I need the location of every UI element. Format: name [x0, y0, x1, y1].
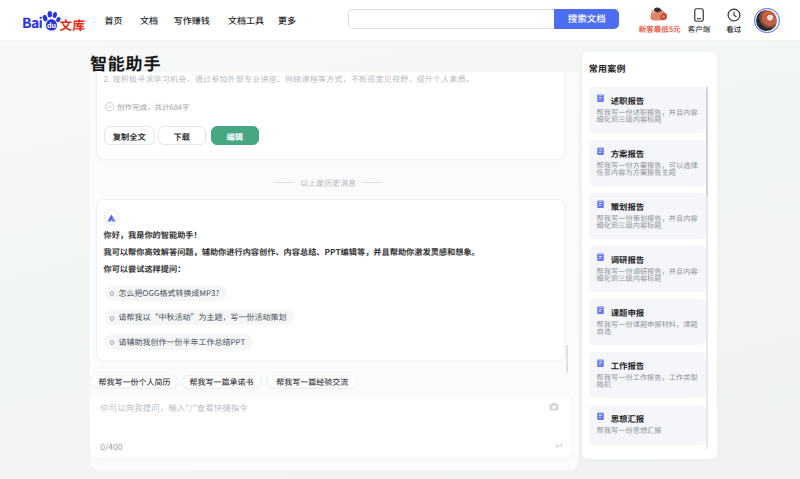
svg-text:du: du — [47, 20, 56, 30]
